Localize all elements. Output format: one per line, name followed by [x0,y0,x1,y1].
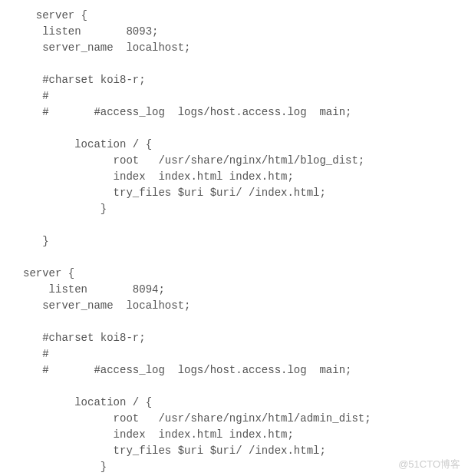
code-line: # #access_log logs/host.access.log main; [23,364,351,376]
code-line: # [23,348,49,360]
code-line: #charset koi8-r; [23,332,146,344]
code-line: server_name localhost; [23,299,190,312]
code-line: listen 8093; [23,25,158,38]
code-line: # #access_log logs/host.access.log main; [23,106,351,118]
code-line: root /usr/share/nginx/html/blog_dist; [23,154,364,167]
code-line: # [23,90,49,102]
code-line: } [23,461,107,473]
code-line: server { [23,9,87,21]
code-line: try_files $uri $uri/ /index.html; [23,187,326,199]
code-line: } [23,203,107,215]
code-line: index index.html index.htm; [23,428,294,441]
code-line: server { [23,267,74,279]
watermark-text: @51CTO博客 [398,457,460,472]
code-line: index index.html index.htm; [23,170,294,183]
code-line: location / { [23,138,152,150]
code-line: } [23,235,49,247]
code-line: #charset koi8-r; [23,74,146,86]
code-line: listen 8094; [23,283,165,296]
code-line: try_files $uri $uri/ /index.html; [23,445,326,457]
code-line: root /usr/share/nginx/html/admin_dist; [23,412,371,425]
code-line: server_name localhost; [23,41,190,54]
code-line: location / { [23,396,152,408]
code-block: server { listen 8093; server_name localh… [23,8,460,476]
